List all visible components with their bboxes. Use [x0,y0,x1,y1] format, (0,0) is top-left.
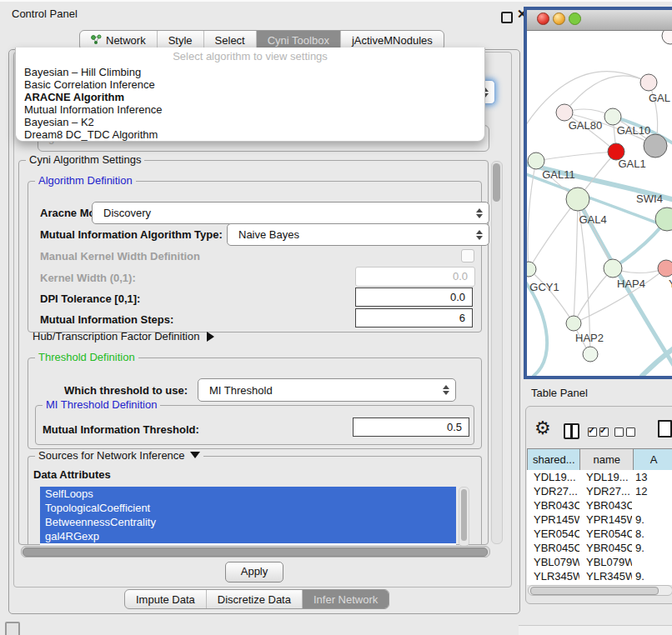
mi-threshold-input[interactable]: 0.5 [353,418,469,437]
zoom-traffic-light[interactable] [569,12,581,25]
network-node[interactable] [583,347,598,362]
network-node-label-gcy1: GCY1 [529,281,559,293]
float-window-icon[interactable] [501,12,513,23]
network-node[interactable] [604,259,622,278]
table-row[interactable]: YBL079WYBL079W [527,555,672,569]
network-node[interactable] [556,104,573,121]
table-row[interactable]: YER054CYER054C8. [527,527,672,541]
network-node[interactable] [662,31,672,44]
bottom-tab-discretize-data[interactable]: Discretize Data [207,590,303,608]
network-edge[interactable] [564,76,649,112]
network-node[interactable] [604,108,621,125]
algorithm-item-bayesian-hill-climbing[interactable]: Bayesian – Hill Climbing [16,66,484,78]
network-node[interactable] [640,74,657,91]
minimize-traffic-light[interactable] [553,12,565,25]
network-node[interactable] [528,152,544,169]
aracne-mode-combo[interactable]: Discovery [92,202,489,224]
table-row[interactable]: YLR345WYLR345W9. [527,569,672,583]
bottom-tab-infer-network[interactable]: Infer Network [303,590,389,608]
dpi-tolerance-input[interactable]: 0.0 [355,288,473,307]
table-cell: YPR145W [579,512,632,527]
settings-vertical-scrollbar[interactable] [491,161,503,544]
algorithm-item-bayesian-k2[interactable]: Bayesian – K2 [16,116,484,128]
column-header-a[interactable]: A [634,449,672,470]
table-cell: YER054C [527,527,579,541]
column-header-shared-[interactable]: shared... [528,449,580,470]
table-cell: YBR045C [527,541,579,555]
settings-horizontal-scrollbar-thumb[interactable] [23,548,488,557]
mi-threshold-label: Mutual Information Threshold: [43,423,199,436]
kernel-width-label: Kernel Width (0,1): [40,272,136,284]
algorithm-dropdown-popup: Select algorithm to view settings Bayesi… [15,48,485,142]
table-row[interactable]: YPR145WYPR145W9. [527,512,672,527]
algorithm-item-aracne-algorithm[interactable]: ARACNE Algorithm [16,91,484,103]
attributes-scrollbar-thumb[interactable] [461,489,467,541]
attribute-item-gal4rgexp[interactable]: gal4RGexp [40,529,456,543]
column-header-name[interactable]: name [580,449,633,470]
network-node[interactable] [655,208,672,231]
table-cell: YLR345W [527,569,579,583]
data-attributes-list: SelfLoopsTopologicalCoefficientBetweenne… [40,487,456,545]
attributes-scrollbar[interactable] [459,487,469,547]
deselect-all-icon[interactable] [614,428,635,437]
mi-steps-input[interactable]: 6 [355,308,473,328]
network-node[interactable] [644,134,667,158]
manual-kernel-checkbox[interactable] [461,249,474,262]
network-canvas[interactable]: GALGAL80GAL10GAL1GAL11GAL4SWI4GCY1HAP4YH… [527,31,672,376]
network-node[interactable] [658,260,672,277]
table-cell: 9. [632,512,672,527]
which-threshold-combo[interactable]: MI Threshold [198,378,456,402]
network-node[interactable] [566,316,581,331]
algorithm-definition-title: Algorithm Definition [35,174,136,187]
network-edge[interactable] [536,152,616,161]
algorithm-item-basic-correlation-inference[interactable]: Basic Correlation Inference [16,78,484,91]
mi-type-combo[interactable]: Naive Bayes [227,223,489,246]
column-browser-icon[interactable] [564,423,579,439]
bottom-tab-impute-data[interactable]: Impute Data [125,590,207,608]
minimized-panel-icon[interactable] [5,622,20,635]
hub-definition-expander[interactable]: Hub/Transcription Factor Definition [33,330,214,342]
attribute-item-betweennesscentrality[interactable]: BetweennessCentrality [40,515,456,529]
attribute-item-topologicalcoefficient[interactable]: TopologicalCoefficient [40,501,456,515]
algorithm-item-dream8-dc-tdc-algorithm[interactable]: Dream8 DC_TDC Algorithm [16,128,484,141]
select-all-icon[interactable] [588,428,609,437]
network-edge[interactable] [529,199,578,269]
table-row[interactable]: YBR043CYBR043C [527,498,672,512]
document-icon[interactable] [658,420,672,438]
algorithm-list: Bayesian – Hill ClimbingBasic Correlatio… [16,66,484,141]
settings-vertical-scrollbar-thumb[interactable] [493,163,500,202]
kernel-width-input[interactable]: 0.0 [355,267,475,287]
network-node-label-hap4: HAP4 [617,278,645,290]
sources-expander[interactable]: Sources for Network Inference [35,449,203,462]
network-edge-highlighted[interactable] [642,346,672,376]
close-traffic-light[interactable] [537,12,549,25]
sources-title: Sources for Network Inference [38,449,185,462]
apply-button[interactable]: Apply [225,562,283,582]
network-edge[interactable] [574,199,578,323]
settings-group-title: Cyni Algorithm Settings [26,153,144,166]
algorithm-item-mutual-information-inference[interactable]: Mutual Information Inference [16,103,484,116]
table-cell: YPR145W [527,512,579,527]
table-row[interactable]: YBR045CYBR045C9. [527,541,672,555]
attribute-item-selfloops[interactable]: SelfLoops [40,487,456,501]
table-rows: YDL19...YDL19...13YDR27...YDR27...12YBR0… [527,470,672,585]
combo-arrows-icon [476,208,483,218]
table-row[interactable]: YDR27...YDR27...12 [527,484,672,498]
network-edge[interactable] [574,268,613,323]
cyni-algorithm-settings-group: Cyni Algorithm Settings Algorithm Defini… [18,160,489,545]
table-horizontal-scrollbar[interactable] [528,585,672,596]
combo-arrows-icon [443,385,449,395]
table-cell [632,498,672,512]
threshold-definition-title: Threshold Definition [35,351,138,363]
aracne-mode-value: Discovery [103,207,151,219]
which-threshold-label: Which threshold to use: [64,384,188,397]
table-row[interactable]: YDL19...YDL19...13 [527,470,672,484]
network-node[interactable] [566,188,589,211]
network-node-label-gal4: GAL4 [579,213,606,226]
table-cell: 9. [632,541,672,555]
network-node-label-gal80: GAL80 [569,119,602,132]
hub-definition-label: Hub/Transcription Factor Definition [33,330,199,342]
table-cell: YDR27... [527,484,579,498]
table-scrollbar-thumb[interactable] [530,587,659,595]
gear-icon[interactable]: ⚙ [534,419,551,438]
